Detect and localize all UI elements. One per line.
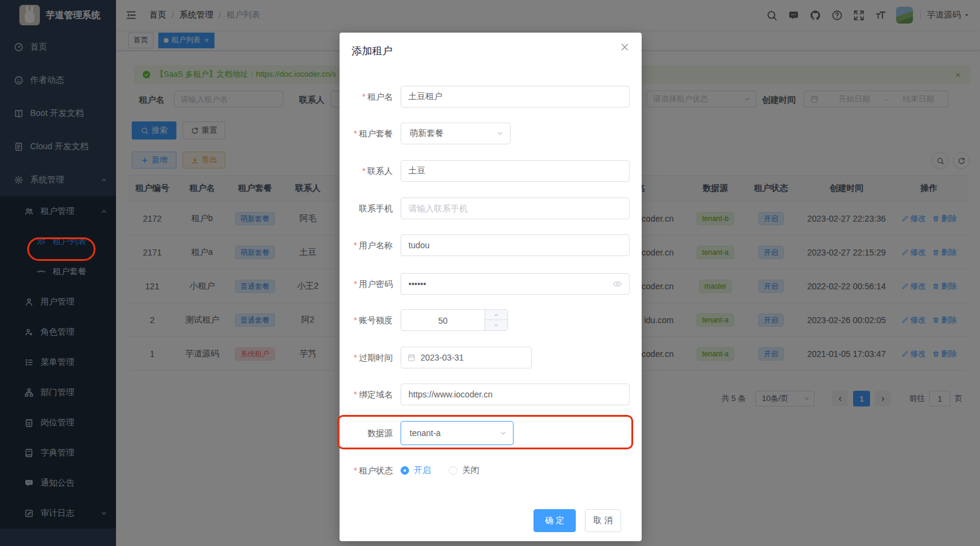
required-asterisk: *: [363, 92, 366, 101]
number-input[interactable]: 50: [401, 309, 508, 331]
text-input[interactable]: [401, 384, 630, 405]
text-input[interactable]: [401, 160, 630, 182]
form-field: *账号额度50: [340, 309, 642, 331]
form-field: *绑定域名: [340, 384, 642, 405]
field-label: *过期时间: [340, 347, 393, 368]
radio-group: 开启关闭: [401, 460, 497, 481]
required-asterisk: *: [354, 390, 357, 399]
field-label: *租户套餐: [340, 123, 393, 144]
password-input[interactable]: [401, 273, 630, 295]
required-asterisk: *: [354, 353, 357, 362]
form-field: *联系人: [340, 160, 642, 182]
required-asterisk: *: [354, 279, 357, 289]
text-input[interactable]: [401, 198, 630, 219]
add-tenant-modal: 添加租户 *租户名*租户套餐萌新套餐*联系人联系手机*用户名称*用户密码*账号额…: [340, 33, 642, 541]
calendar-icon: [407, 353, 416, 362]
field-label: *租户名: [340, 86, 393, 108]
field-label: *租户状态: [340, 460, 393, 481]
form-field: 数据源tenant-a: [340, 422, 642, 444]
radio-unchecked[interactable]: 关闭: [449, 465, 479, 476]
text-input[interactable]: [401, 86, 630, 108]
required-asterisk: *: [354, 315, 357, 325]
modal-title: 添加租户: [352, 44, 393, 58]
text-input[interactable]: [401, 234, 630, 256]
field-label: *用户密码: [340, 273, 393, 295]
cancel-button[interactable]: 取 消: [585, 509, 621, 532]
app-root: 芋道管理系统 首页作者动态Boot 开发文档Cloud 开发文档系统管理 租户管…: [0, 0, 980, 546]
modal-close-icon[interactable]: [620, 42, 630, 52]
field-label: *绑定域名: [340, 384, 393, 405]
date-picker[interactable]: 2023-03-31: [401, 347, 532, 368]
radio-dot: [401, 466, 409, 475]
eye-icon[interactable]: [613, 279, 622, 289]
required-asterisk: *: [354, 129, 357, 138]
form-field: *用户密码: [340, 273, 642, 295]
form-field: 联系手机: [340, 198, 642, 219]
field-label: 联系手机: [340, 198, 393, 219]
decrease-button[interactable]: [485, 320, 508, 330]
required-asterisk: *: [363, 166, 366, 176]
chevron-down-icon: [494, 323, 499, 328]
form-field: *用户名称: [340, 234, 642, 256]
chevron-down-icon: [500, 429, 507, 437]
radio-checked[interactable]: 开启: [401, 465, 431, 476]
field-label: *账号额度: [340, 309, 393, 331]
required-asterisk: *: [354, 240, 357, 250]
field-label: *用户名称: [340, 234, 393, 256]
select-field[interactable]: tenant-a: [401, 421, 514, 445]
chevron-down-icon: [497, 130, 504, 137]
required-asterisk: *: [354, 466, 357, 475]
field-label: 数据源: [340, 422, 393, 444]
form-field: *租户状态开启关闭: [340, 460, 642, 481]
increase-button[interactable]: [485, 310, 508, 320]
form-field: *租户名: [340, 86, 642, 108]
field-label: *联系人: [340, 160, 393, 182]
form-field: *租户套餐萌新套餐: [340, 123, 642, 144]
chevron-up-icon: [494, 312, 499, 318]
select-field[interactable]: 萌新套餐: [401, 123, 511, 144]
confirm-button[interactable]: 确 定: [534, 509, 576, 532]
radio-dot: [449, 466, 457, 475]
form-field: *过期时间2023-03-31: [340, 347, 642, 368]
